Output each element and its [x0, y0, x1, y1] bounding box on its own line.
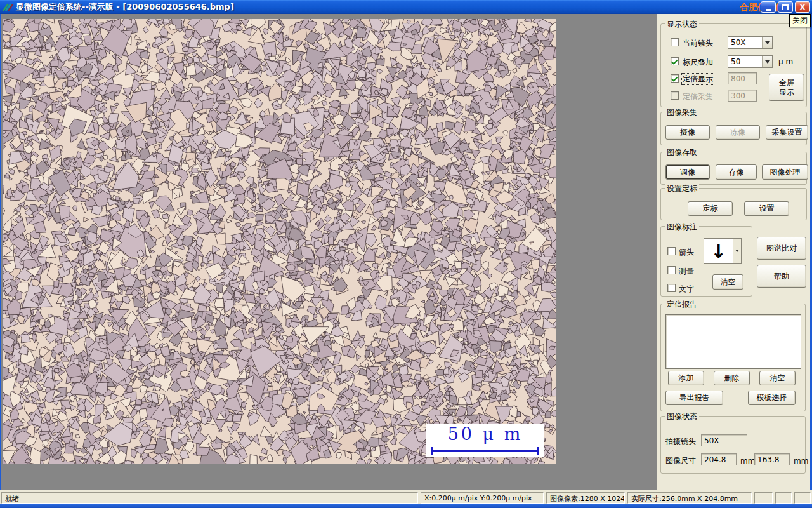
- text-label: 文字: [679, 284, 694, 295]
- current-lens-combo[interactable]: 50X: [728, 36, 773, 49]
- calibrate-button[interactable]: 定标: [688, 201, 733, 216]
- group-display-status-label: 显示状态: [665, 19, 699, 30]
- group-annotation-label: 图像标注: [665, 222, 699, 232]
- restore-button[interactable]: [778, 1, 793, 13]
- current-lens-label: 当前镜头: [683, 38, 713, 49]
- image-width-field: 204.8: [701, 453, 737, 465]
- current-lens-value: 50X: [728, 38, 762, 47]
- status-bar: 就绪 X:0.200μ m/pix Y:0.200μ m/pix 图像像素:12…: [0, 490, 812, 504]
- scale-bar-label: 50 μ m: [426, 424, 544, 444]
- group-capture-label: 图像采集: [665, 107, 699, 118]
- arrow-checkbox[interactable]: [667, 247, 676, 255]
- status-ready: 就绪: [1, 492, 418, 504]
- scale-bar-line: [431, 450, 539, 452]
- group-report: 定倍报告 添加 删除 清空 导出报告 模板选择: [660, 304, 806, 411]
- scaling-display-label: 定倍显示: [681, 73, 714, 85]
- shoot-button[interactable]: 摄像: [665, 125, 710, 140]
- annotation-clear-button[interactable]: 清空: [712, 274, 743, 290]
- app-window: 显微图像定倍系统--演示版 - [20090602055646.bmp] 合肥仪…: [0, 0, 812, 508]
- group-report-label: 定倍报告: [665, 299, 699, 310]
- group-calibration-label: 设置定标: [665, 184, 699, 194]
- export-report-button[interactable]: 导出报告: [665, 391, 723, 405]
- freeze-button: 冻像: [716, 125, 760, 140]
- group-annotation: 图像标注 箭头 测量 文字 ↓ 清空: [660, 226, 752, 297]
- capture-settings-button[interactable]: 采集设置: [766, 125, 808, 140]
- window-controls: X: [761, 1, 810, 13]
- app-icon: [2, 2, 13, 12]
- group-image-status-label: 图像状态: [665, 411, 699, 422]
- load-image-button[interactable]: 调像: [665, 164, 710, 180]
- fullscreen-label-line1: 全屏: [779, 78, 794, 88]
- scaling-capture-label: 定倍采集: [683, 91, 713, 102]
- save-image-button[interactable]: 存像: [716, 164, 757, 180]
- measure-checkbox[interactable]: [667, 266, 676, 274]
- atlas-compare-button[interactable]: 图谱比对: [757, 237, 806, 260]
- title-bar: 显微图像定倍系统--演示版 - [20090602055646.bmp] 合肥仪…: [0, 0, 812, 14]
- status-resolution: X:0.200μ m/pix Y:0.200μ m/pix: [421, 492, 544, 504]
- scaling-display-checkbox[interactable]: [671, 74, 679, 83]
- status-pixels: 图像像素:1280 X 1024: [546, 492, 625, 504]
- close-tooltip: 关闭: [789, 14, 811, 27]
- arrow-down-icon: ↓: [704, 239, 733, 263]
- micrograph-image: [3, 19, 556, 464]
- image-width-unit: mm: [740, 457, 755, 465]
- report-delete-button[interactable]: 删除: [714, 371, 750, 385]
- measure-label: 测量: [679, 266, 694, 277]
- current-lens-checkbox[interactable]: [671, 38, 679, 46]
- image-height-unit: mm: [794, 457, 808, 465]
- status-empty-panel: [794, 492, 811, 504]
- ruler-value: 50: [728, 57, 762, 66]
- ruler-unit-label: μ m: [778, 57, 793, 66]
- minimize-button[interactable]: [761, 1, 776, 13]
- image-height-field: 163.8: [754, 453, 790, 465]
- status-empty-panel: [754, 492, 773, 504]
- text-checkbox[interactable]: [667, 284, 676, 292]
- scale-bar-tick-right: [537, 447, 539, 455]
- scaling-display-field: 800: [728, 72, 757, 84]
- scaling-capture-field: 300: [728, 90, 757, 102]
- group-capture: 图像采集 摄像 冻像 采集设置: [660, 112, 807, 145]
- restore-icon: [782, 4, 789, 10]
- report-listbox[interactable]: [665, 314, 801, 369]
- group-calibration: 设置定标 定标 设置: [660, 188, 807, 220]
- group-display-status: 显示状态 当前镜头 50X 标尺叠加 50 μ m 定倍显示 800 定倍采集 …: [660, 23, 807, 107]
- arrow-style-combo[interactable]: ↓: [704, 238, 742, 264]
- ruler-overlay-label: 标尺叠加: [683, 57, 713, 68]
- image-viewport: 50 μ m: [1, 14, 657, 490]
- group-image-status: 图像状态 拍摄镜头 50X 图像尺寸 204.8 mm 163.8 mm: [660, 416, 806, 474]
- arrow-label: 箭头: [679, 247, 694, 258]
- group-storage: 图像存取 调像 存像 图像处理: [660, 152, 807, 185]
- fullscreen-button[interactable]: 全屏 显示: [769, 74, 804, 101]
- ruler-value-combo[interactable]: 50: [728, 55, 773, 68]
- group-storage-label: 图像存取: [665, 147, 699, 158]
- ruler-overlay-checkbox[interactable]: [671, 57, 679, 65]
- control-panel: 显示状态 当前镜头 50X 标尺叠加 50 μ m 定倍显示 800 定倍采集 …: [657, 14, 810, 490]
- chevron-down-icon[interactable]: [762, 56, 772, 67]
- window-border-bottom: [0, 504, 812, 508]
- shooting-lens-label: 拍摄镜头: [665, 436, 696, 447]
- chevron-down-icon[interactable]: [762, 37, 772, 48]
- image-process-button[interactable]: 图像处理: [762, 164, 808, 180]
- image-size-label: 图像尺寸: [665, 455, 696, 466]
- report-clear-button[interactable]: 清空: [759, 371, 796, 385]
- report-add-button[interactable]: 添加: [668, 371, 704, 385]
- status-actual-size: 实际尺寸:256.0mm X 204.8mm: [627, 492, 752, 504]
- status-empty-panel: [775, 492, 792, 504]
- template-select-button[interactable]: 模板选择: [748, 391, 796, 405]
- close-icon: X: [800, 3, 805, 11]
- close-button[interactable]: X: [795, 1, 810, 13]
- fullscreen-label-line2: 显示: [779, 88, 794, 97]
- help-button[interactable]: 帮助: [757, 265, 806, 288]
- chevron-down-icon[interactable]: [733, 239, 741, 263]
- window-title: 显微图像定倍系统--演示版 - [20090602055646.bmp]: [16, 1, 234, 13]
- scale-bar-overlay: 50 μ m: [426, 424, 544, 457]
- calibration-settings-button[interactable]: 设置: [744, 201, 789, 216]
- scale-bar-tick-left: [431, 447, 433, 455]
- scaling-capture-checkbox: [671, 91, 679, 100]
- shooting-lens-field: 50X: [701, 434, 747, 446]
- minimize-icon: [766, 6, 771, 11]
